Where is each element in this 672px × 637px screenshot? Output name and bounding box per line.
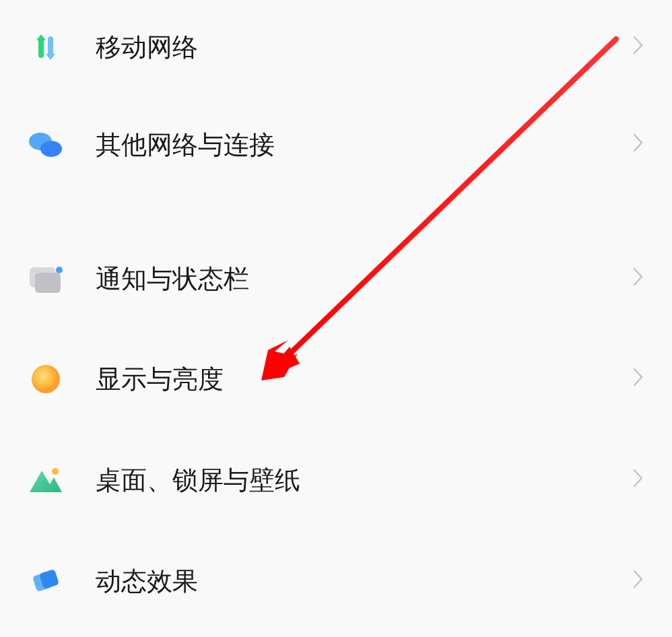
chevron-right-icon (633, 570, 644, 593)
settings-item-label: 其他网络与连接 (96, 128, 633, 162)
settings-item-label: 通知与状态栏 (96, 262, 633, 296)
chevron-right-icon (633, 368, 644, 391)
settings-item-notification-bar[interactable]: 通知与状态栏 (0, 229, 672, 329)
mobile-network-icon (28, 30, 63, 65)
chevron-right-icon (633, 36, 644, 59)
settings-item-display-brightness[interactable]: 显示与亮度 (0, 329, 672, 430)
chevron-right-icon (633, 267, 644, 291)
settings-item-home-wallpaper[interactable]: 桌面、锁屏与壁纸 (0, 430, 672, 531)
svg-point-6 (56, 267, 63, 273)
other-connections-icon (28, 127, 63, 162)
home-wallpaper-icon (28, 463, 63, 498)
chevron-right-icon (633, 133, 644, 157)
notification-bar-icon (28, 261, 63, 296)
display-brightness-icon (28, 362, 63, 397)
svg-point-8 (52, 468, 59, 475)
settings-item-label: 显示与亮度 (96, 362, 633, 397)
settings-item-label: 移动网络 (96, 30, 633, 65)
settings-item-other-connections[interactable]: 其他网络与连接 (0, 94, 672, 195)
chevron-right-icon (633, 469, 644, 492)
svg-point-3 (40, 141, 62, 157)
settings-item-mobile-network[interactable]: 移动网络 (0, 0, 672, 94)
svg-point-7 (32, 365, 60, 393)
settings-item-label: 动态效果 (96, 564, 633, 599)
settings-item-label: 桌面、锁屏与壁纸 (96, 463, 633, 498)
svg-rect-5 (35, 273, 61, 293)
section-divider (0, 195, 672, 229)
settings-item-animation-effects[interactable]: 动态效果 (0, 531, 672, 632)
settings-list: 移动网络 其他网络与连接 通知与状态栏 (0, 0, 672, 632)
animation-effects-icon (28, 564, 63, 599)
